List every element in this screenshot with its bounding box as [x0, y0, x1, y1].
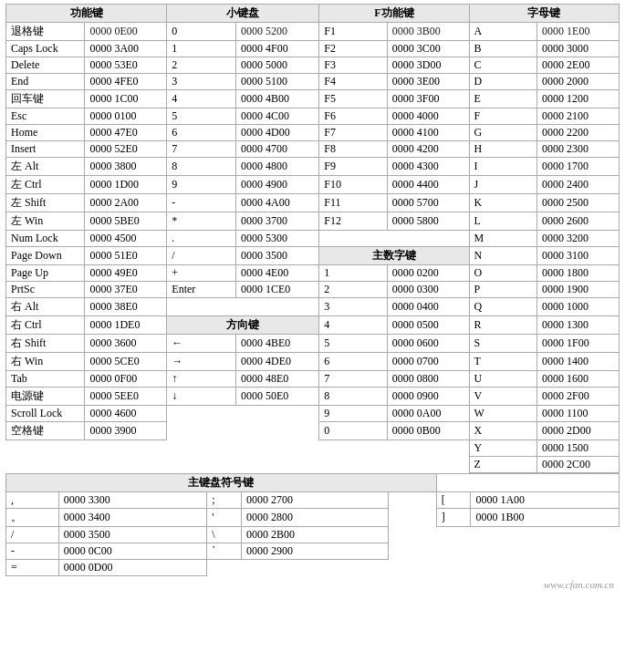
- cell-name: F7: [319, 125, 387, 141]
- cell-code: 0000 2E00: [537, 57, 620, 74]
- cell-name: `: [207, 543, 242, 560]
- cell-code: 0000 4200: [387, 141, 469, 158]
- table-row: Z 0000 2C00: [6, 457, 620, 473]
- cell-code: 0000 5CE0: [85, 353, 167, 371]
- cell-code: 0000 5000: [235, 57, 318, 74]
- cell-name: E: [469, 90, 536, 109]
- cell-code: 0000 1C00: [85, 90, 167, 109]
- cell-code: 0000 4600: [85, 406, 167, 422]
- cell-code: [235, 440, 318, 457]
- cell-name: 右 Ctrl: [6, 316, 85, 335]
- cell-name: F8: [319, 141, 387, 158]
- header-字母键: 字母键: [469, 5, 619, 23]
- cell-code: 0000 2F00: [537, 388, 620, 406]
- cell-name: F2: [319, 41, 387, 57]
- main-table: 功能键 小键盘 F功能键 字母键 退格键 0000 0E00 0 0000 52…: [5, 4, 620, 473]
- cell-name: J: [469, 176, 536, 194]
- cell-code: 0000 4FE0: [85, 74, 167, 90]
- cell-name: +: [167, 265, 236, 282]
- cell-name: [388, 560, 411, 576]
- cell-code: 0000 5700: [387, 194, 469, 212]
- cell-code: 0000 4DE0: [235, 353, 318, 371]
- cell-name: Caps Lock: [6, 41, 85, 57]
- cell-name: F5: [319, 90, 387, 109]
- cell-name: R: [469, 316, 536, 335]
- table-row: 左 Win 0000 5BE0 * 0000 3700 F12 0000 580…: [6, 212, 620, 231]
- cell-code: 0000 3400: [58, 509, 207, 527]
- cell-code: 0000 1600: [537, 371, 620, 388]
- cell-name: Y: [469, 440, 536, 457]
- cell-name: [319, 231, 387, 247]
- cell-code: [387, 457, 469, 473]
- cell-name: X: [469, 422, 536, 440]
- header-主键盘符号键: 主键盘符号键: [6, 474, 437, 492]
- table-row: 退格键 0000 0E00 0 0000 5200 F1 0000 3B00 A…: [6, 23, 620, 41]
- cell-name: 2: [167, 57, 236, 74]
- cell-name: [388, 509, 411, 527]
- cell-code: 0000 3200: [537, 231, 620, 247]
- cell-code: 0000 0500: [387, 316, 469, 335]
- cell-code: 0000 0900: [387, 388, 469, 406]
- cell-code: 0000 3900: [85, 422, 167, 440]
- cell-name: 左 Ctrl: [6, 176, 85, 194]
- cell-code: 0000 4700: [235, 141, 318, 158]
- cell-code: 0000 4400: [387, 176, 469, 194]
- table-row: 右 Shift 0000 3600 ← 0000 4BE0 5 0000 060…: [6, 335, 620, 353]
- cell-name: ;: [207, 492, 242, 509]
- cell-code: 0000 3500: [235, 247, 318, 265]
- cell-name: F3: [319, 57, 387, 74]
- cell-name: [: [436, 492, 471, 509]
- cell-name: S: [469, 335, 536, 353]
- cell-code: [412, 492, 436, 509]
- cell-code: 0000 4E00: [235, 265, 318, 282]
- cell-code: 0000 4000: [387, 109, 469, 125]
- table-row: 左 Alt 0000 3800 8 0000 4800 F9 0000 4300…: [6, 158, 620, 176]
- cell-code: 0000 1DE0: [85, 316, 167, 335]
- cell-name: M: [469, 231, 536, 247]
- cell-name: [167, 406, 236, 422]
- cell-name: K: [469, 194, 536, 212]
- cell-code: 0000 4900: [235, 176, 318, 194]
- cell-name: ]: [436, 509, 471, 527]
- cell-code: [235, 298, 318, 316]
- cell-name: F1: [319, 23, 387, 41]
- table-row: Home 0000 47E0 6 0000 4D00 F7 0000 4100 …: [6, 125, 620, 141]
- cell-name: 7: [167, 141, 236, 158]
- cell-code: 0000 5200: [235, 23, 318, 41]
- cell-code: 0000 1CE0: [235, 282, 318, 298]
- cell-name: Scroll Lock: [6, 406, 85, 422]
- cell-name: 6: [167, 125, 236, 141]
- cell-code: 0000 3F00: [387, 90, 469, 109]
- cell-code: [412, 543, 436, 560]
- cell-name: 左 Alt: [6, 158, 85, 176]
- cell-code: 0000 2500: [537, 194, 620, 212]
- cell-name: F: [469, 109, 536, 125]
- cell-code: 0000 0700: [387, 353, 469, 371]
- cell-code: [471, 527, 620, 543]
- cell-code: 0000 5BE0: [85, 212, 167, 231]
- table-row: 右 Win 0000 5CE0 → 0000 4DE0 6 0000 0700 …: [6, 353, 620, 371]
- cell-name: 8: [319, 388, 387, 406]
- table-row: Scroll Lock 0000 4600 9 0000 0A00 W 0000…: [6, 406, 620, 422]
- cell-code: 0000 3B00: [387, 23, 469, 41]
- cell-name: ,: [6, 492, 59, 509]
- cell-code: 0000 2400: [537, 176, 620, 194]
- cell-name: 3: [319, 298, 387, 316]
- cell-code: 0000 3C00: [387, 41, 469, 57]
- cell-name: O: [469, 265, 536, 282]
- cell-name: ←: [167, 335, 236, 353]
- cell-name: F11: [319, 194, 387, 212]
- cell-name: ↑: [167, 371, 236, 388]
- cell-name: [167, 298, 236, 316]
- cell-code: 0000 1F00: [537, 335, 620, 353]
- table-row: - 0000 0C00 ` 0000 2900: [6, 543, 620, 560]
- header-功能键: 功能键: [6, 5, 167, 23]
- cell-name: 空格键: [6, 422, 85, 440]
- cell-code: 0000 4500: [85, 231, 167, 247]
- bottom-table: 主键盘符号键 , 0000 3300 ; 0000 2700 [ 0000 1A…: [5, 473, 620, 576]
- cell-code: 0000 0B00: [387, 422, 469, 440]
- cell-name: Page Down: [6, 247, 85, 265]
- cell-code: [242, 560, 389, 576]
- cell-name: ↓: [167, 388, 236, 406]
- cell-code: 0000 3E00: [387, 74, 469, 90]
